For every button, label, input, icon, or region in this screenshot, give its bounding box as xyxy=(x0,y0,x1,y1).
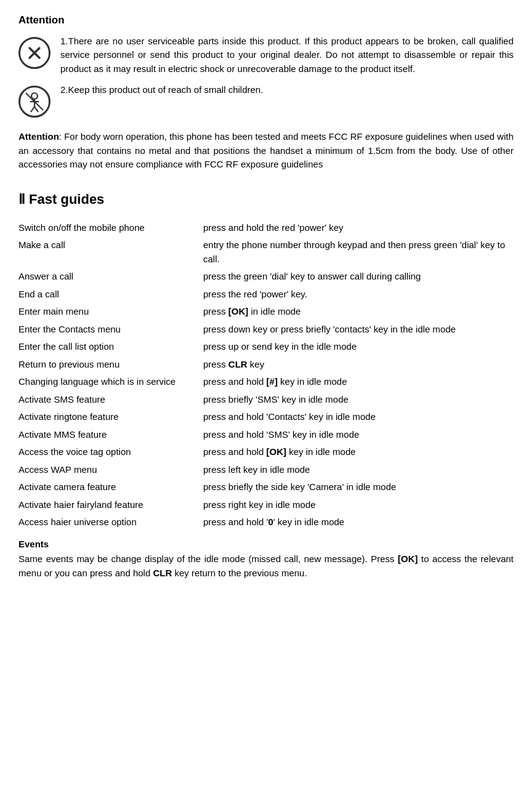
guide-value: press right key in idle mode xyxy=(203,496,514,514)
guide-label: Activate MMS feature xyxy=(18,426,203,444)
guide-label: Make a call xyxy=(18,236,203,268)
svg-line-5 xyxy=(31,107,34,112)
guide-value-bold: 0 xyxy=(268,517,273,527)
guide-label: Access WAP menu xyxy=(18,461,203,479)
table-row: End a callpress the red 'power' key. xyxy=(18,286,514,304)
guide-value: press and hold [OK] key in idle mode xyxy=(203,443,514,461)
table-row: Switch on/off the mobile phonepress and … xyxy=(18,219,514,237)
guide-label: Return to previous menu xyxy=(18,356,203,374)
guide-label: Switch on/off the mobile phone xyxy=(18,219,203,237)
guide-label: Changing language which is in service xyxy=(18,373,203,391)
events-section: Events Same events may be change display… xyxy=(18,537,514,581)
guide-label: Activate camera feature xyxy=(18,478,203,496)
events-heading: Events xyxy=(18,537,514,552)
table-row: Make a callentry the phone number throug… xyxy=(18,236,514,268)
guide-value-bold: [OK] xyxy=(228,306,249,316)
guide-value: press and hold 'Contacts' key in idle mo… xyxy=(203,408,514,426)
guide-value: press down key or press briefly 'contact… xyxy=(203,321,514,339)
guide-label: End a call xyxy=(18,286,203,304)
table-row: Enter the call list optionpress up or se… xyxy=(18,338,514,356)
table-row: Activate SMS featurepress briefly 'SMS' … xyxy=(18,391,514,409)
guide-value: press [OK] in idle mode xyxy=(203,303,514,321)
table-row: Enter the Contacts menupress down key or… xyxy=(18,321,514,339)
fast-guides-table: Switch on/off the mobile phonepress and … xyxy=(18,219,514,531)
guide-label: Activate SMS feature xyxy=(18,391,203,409)
guide-label: Activate ringtone feature xyxy=(18,408,203,426)
no-service-icon xyxy=(18,37,50,69)
guide-label: Activate haier fairyland feature xyxy=(18,496,203,514)
attention-row-1: 1.There are no user serviceable parts in… xyxy=(18,34,514,76)
guide-label: Enter the Contacts menu xyxy=(18,321,203,339)
events-text: Same events may be change display of the… xyxy=(18,552,514,580)
table-row: Changing language which is in servicepre… xyxy=(18,373,514,391)
guide-value-bold: CLR xyxy=(228,359,248,369)
guide-value: press and hold 'SMS' key in idle mode xyxy=(203,426,514,444)
guide-label: Access the voice tag option xyxy=(18,443,203,461)
events-clr-bold: CLR xyxy=(153,568,172,578)
guide-value: entry the phone number through keypad an… xyxy=(203,236,514,268)
attention-text-2: 2.Keep this product out of reach of smal… xyxy=(60,83,514,97)
child-warning-icon xyxy=(18,86,50,118)
svg-line-6 xyxy=(34,107,38,112)
svg-point-2 xyxy=(31,93,38,99)
guide-value: press briefly the side key 'Camera' in i… xyxy=(203,478,514,496)
guide-value: press briefly 'SMS' key in idle mode xyxy=(203,391,514,409)
attention-text-1: 1.There are no user serviceable parts in… xyxy=(60,34,514,76)
fcc-text: : For body worn operation, this phone ha… xyxy=(18,131,514,169)
table-row: Return to previous menupress CLR key xyxy=(18,356,514,374)
guide-value: press up or send key in the idle mode xyxy=(203,338,514,356)
attention-block: 1.There are no user serviceable parts in… xyxy=(18,34,514,118)
table-row: Activate ringtone featurepress and hold … xyxy=(18,408,514,426)
guide-value: press and hold '0' key in idle mode xyxy=(203,513,514,531)
guide-value-bold: [OK] xyxy=(267,446,287,457)
guide-value: press and hold [#] key in idle mode xyxy=(203,373,514,391)
guide-value: press left key in idle mode xyxy=(203,461,514,479)
fcc-block: Attention: For body worn operation, this… xyxy=(18,130,514,172)
guide-value: press and hold the red 'power' key xyxy=(203,219,514,237)
table-row: Activate camera featurepress briefly the… xyxy=(18,478,514,496)
table-row: Answer a callpress the green 'dial' key … xyxy=(18,268,514,286)
events-ok-bold: [OK] xyxy=(398,553,418,564)
fcc-bold: Attention xyxy=(18,131,59,142)
fast-guides-heading: Ⅱ Fast guides xyxy=(18,189,514,209)
table-row: Access the voice tag optionpress and hol… xyxy=(18,443,514,461)
guide-value: press CLR key xyxy=(203,356,514,374)
guide-label: Enter the call list option xyxy=(18,338,203,356)
guide-label: Access haier universe option xyxy=(18,513,203,531)
attention-row-2: 2.Keep this product out of reach of smal… xyxy=(18,83,514,118)
guide-label: Enter main menu xyxy=(18,303,203,321)
guide-value-bold: [#] xyxy=(267,376,278,387)
table-row: Access haier universe optionpress and ho… xyxy=(18,513,514,531)
table-row: Activate haier fairyland featurepress ri… xyxy=(18,496,514,514)
table-row: Enter main menupress [OK] in idle mode xyxy=(18,303,514,321)
table-row: Access WAP menupress left key in idle mo… xyxy=(18,461,514,479)
attention-heading: Attention xyxy=(18,12,514,28)
table-row: Activate MMS featurepress and hold 'SMS'… xyxy=(18,426,514,444)
guide-label: Answer a call xyxy=(18,268,203,286)
guide-value: press the green 'dial' key to answer cal… xyxy=(203,268,514,286)
guide-value: press the red 'power' key. xyxy=(203,286,514,304)
